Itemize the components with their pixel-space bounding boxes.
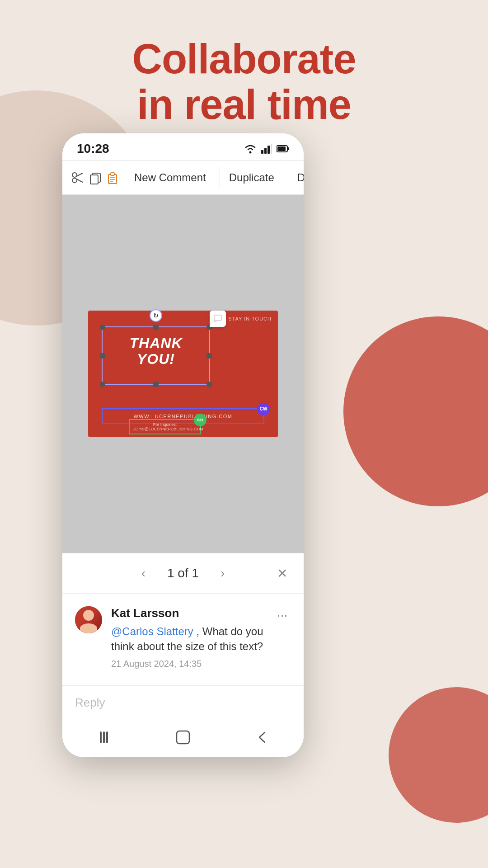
thank-you-line2: YOU! <box>103 351 209 367</box>
recents-nav-button[interactable] <box>89 728 116 746</box>
email-element[interactable]: For Inquiries: JOHN@LUCERNEPUBLISHING.CO… <box>129 419 201 434</box>
commenter-name: Kat Larsson <box>111 606 264 620</box>
status-time: 10:28 <box>77 142 109 156</box>
toolbar: New Comment Duplicate Delete <box>62 160 304 195</box>
handle-ml[interactable] <box>100 353 105 359</box>
svg-rect-21 <box>100 731 102 743</box>
comment-bubble-icon[interactable] <box>210 311 226 327</box>
scissors-icon <box>70 171 84 184</box>
svg-rect-19 <box>214 315 221 321</box>
svg-line-10 <box>76 173 83 176</box>
handle-br[interactable] <box>206 382 212 387</box>
new-comment-button[interactable]: New Comment <box>125 167 215 189</box>
bg-circle-bottom-right <box>389 687 488 823</box>
cut-button[interactable] <box>70 165 84 190</box>
kb-badge: KB <box>194 414 206 426</box>
close-pagination-button[interactable]: ✕ <box>273 562 291 584</box>
rotate-handle[interactable]: ↻ <box>150 309 162 322</box>
chat-icon <box>213 314 222 323</box>
hero-line1: Collaborate <box>0 36 488 82</box>
svg-rect-2 <box>264 148 267 154</box>
comment-header: Kat Larsson @Carlos Slattery , What do y… <box>75 606 291 669</box>
email-label: For Inquiries: <box>133 422 197 427</box>
svg-rect-3 <box>267 146 270 154</box>
home-nav-button[interactable] <box>169 728 197 746</box>
copy-icon <box>89 171 102 184</box>
handle-bm[interactable] <box>153 382 159 387</box>
url-text: WWW.LUCERNEPUBLISHING.COM <box>133 414 232 419</box>
delete-button[interactable]: Delete <box>288 167 304 189</box>
avatar-image <box>75 606 102 633</box>
comment-more-button[interactable]: ··· <box>273 606 291 624</box>
page-info: 1 of 1 <box>167 566 199 580</box>
status-icons <box>244 144 289 154</box>
hero-section: Collaborate in real time <box>0 36 488 127</box>
avatar <box>75 606 102 633</box>
hero-line2: in real time <box>0 82 488 127</box>
comment-body: Kat Larsson @Carlos Slattery , What do y… <box>111 606 264 669</box>
phone-frame: 10:28 <box>62 133 304 757</box>
copy-button[interactable] <box>89 165 102 190</box>
svg-rect-23 <box>106 731 108 743</box>
svg-marker-20 <box>214 321 217 322</box>
bg-circle-right <box>343 316 488 506</box>
svg-rect-13 <box>90 175 98 184</box>
recents-icon <box>94 731 112 744</box>
duplicate-button[interactable]: Duplicate <box>220 167 283 189</box>
back-icon <box>256 731 271 744</box>
selected-element[interactable]: ↻ THANK YOU! <box>102 326 210 385</box>
signal-icon <box>261 144 272 154</box>
pagination-bar: ‹ 1 of 1 › ✕ <box>62 553 304 593</box>
phone-mockup: 10:28 <box>62 133 304 757</box>
canvas-area: 07 / STAY IN TOUCH ↻ THANK <box>62 195 304 553</box>
handle-mr[interactable] <box>206 353 212 359</box>
email-text: JOHN@LUCERNEPUBLISHING.COM <box>133 427 197 431</box>
paste-icon <box>107 171 120 184</box>
next-page-button[interactable]: › <box>217 562 228 584</box>
handle-tl[interactable] <box>100 325 105 330</box>
cw-badge: CW <box>257 403 270 415</box>
svg-rect-7 <box>288 147 289 150</box>
thank-you-text: THANK YOU! <box>103 327 209 367</box>
battery-icon <box>277 145 289 153</box>
comment-mention[interactable]: @Carlos Slattery <box>111 625 193 637</box>
bottom-nav <box>62 720 304 757</box>
home-icon <box>175 730 191 745</box>
selection-box: THANK YOU! <box>102 326 210 385</box>
thank-you-line1: THANK <box>103 335 209 351</box>
slide: 07 / STAY IN TOUCH ↻ THANK <box>88 311 278 437</box>
svg-rect-6 <box>277 146 286 151</box>
svg-rect-1 <box>261 150 263 154</box>
wifi-icon <box>244 144 257 154</box>
status-bar: 10:28 <box>62 133 304 160</box>
handle-tm[interactable] <box>153 325 159 330</box>
comment-section: Kat Larsson @Carlos Slattery , What do y… <box>62 593 304 685</box>
comment-text: @Carlos Slattery , What do you think abo… <box>111 624 264 654</box>
svg-line-11 <box>76 179 83 182</box>
svg-rect-24 <box>177 731 189 744</box>
svg-rect-15 <box>111 173 114 175</box>
svg-rect-22 <box>103 731 105 743</box>
handle-bl[interactable] <box>100 382 105 387</box>
reply-bar[interactable]: Reply <box>62 685 304 720</box>
prev-page-button[interactable]: ‹ <box>138 562 149 584</box>
comment-timestamp: 21 August 2024, 14:35 <box>111 659 264 669</box>
svg-point-0 <box>249 151 252 154</box>
back-nav-button[interactable] <box>250 728 277 746</box>
paste-button[interactable] <box>107 165 120 190</box>
reply-input[interactable]: Reply <box>75 696 291 710</box>
svg-rect-4 <box>271 144 272 154</box>
